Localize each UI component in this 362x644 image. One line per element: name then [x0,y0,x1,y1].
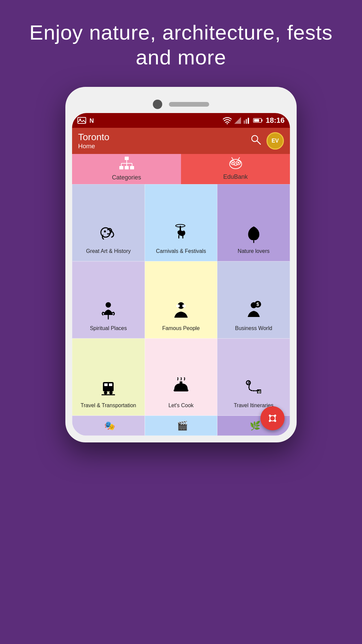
lets-cook-label: Let's Cook [166,402,195,409]
fab-icon [266,412,279,424]
partial-icon-3: 🌿 [247,421,260,431]
category-nature-lovers[interactable]: Nature lovers [217,184,290,261]
camera [153,100,162,109]
partial-cell-1: 🎭 [72,416,145,436]
status-right-icons: 18:16 [223,116,285,125]
category-famous-people[interactable]: Famous People [145,261,218,338]
category-travel-transportation[interactable]: Travel & Transportation [72,338,145,416]
business-world-icon: $ [244,300,264,320]
svg-point-60 [270,416,275,421]
svg-line-13 [257,141,261,145]
svg-text:🎭: 🎭 [104,421,115,431]
famous-people-icon [171,300,191,320]
travel-transportation-icon [98,377,118,397]
city-name: Toronto [78,132,109,143]
spiritual-places-label: Spiritual Places [88,325,129,331]
svg-point-29 [104,230,106,232]
svg-rect-0 [78,117,86,123]
carnivals-icon [171,223,191,243]
spiritual-icon [98,300,118,320]
signal-icon-1 [234,117,241,124]
svg-text:🎬: 🎬 [177,421,188,431]
svg-rect-51 [174,389,188,391]
svg-point-26 [232,162,234,164]
svg-rect-33 [182,235,183,238]
art-history-icon [98,223,118,243]
svg-rect-38 [176,305,180,307]
search-icon [250,134,261,145]
search-button[interactable] [250,134,261,147]
svg-marker-4 [234,117,241,124]
svg-rect-45 [104,383,108,386]
svg-point-48 [104,391,107,394]
fab-button[interactable] [260,406,285,430]
bottom-row-partial: 🎭 🎬 🌿 [72,416,290,436]
status-time: 18:16 [266,116,285,125]
tab-edubank[interactable]: EduBank [181,154,290,184]
status-left-icons: N [77,117,96,124]
svg-point-27 [237,162,239,164]
app-bar-actions: EV [250,132,284,150]
tab-bar: Categories EduBank [72,154,290,184]
svg-rect-52 [180,381,182,384]
travel-transportation-label: Travel & Transportation [78,402,138,409]
app-subtitle: Home [78,143,109,150]
n-status-icon: N [89,117,96,124]
ev-badge[interactable]: EV [266,132,284,150]
svg-rect-46 [109,383,112,386]
svg-text:$: $ [256,302,259,307]
nature-lovers-label: Nature lovers [236,248,272,254]
svg-rect-6 [244,120,245,124]
hierarchy-icon [119,157,134,170]
categories-grid: Great Art & History Carnivals & Festival… [72,184,290,416]
svg-rect-10 [261,119,262,121]
app-bar: Toronto Home EV [72,128,290,154]
hero-text: Enjoy nature, architecture, fests and mo… [0,0,362,87]
svg-rect-17 [130,166,134,169]
category-business-world[interactable]: $ Business World [217,261,290,338]
svg-text:🌿: 🌿 [250,421,260,431]
great-art-history-label: Great Art & History [84,248,133,254]
partial-icon-2: 🎬 [174,421,188,431]
svg-rect-39 [182,305,186,307]
signal-icon-2 [244,117,250,124]
app-title: Toronto Home [78,132,109,150]
edubank-icon [228,157,243,172]
svg-rect-14 [125,157,129,160]
phone-top-bar [72,94,290,113]
svg-point-35 [106,302,111,308]
nature-icon [244,223,264,243]
category-lets-cook[interactable]: Let's Cook [145,338,218,416]
category-spiritual-places[interactable]: Spiritual Places [72,261,145,338]
image-status-icon [77,117,86,124]
svg-rect-47 [103,388,114,390]
category-carnivals-festivals[interactable]: Carnivals & Festivals [145,184,218,261]
svg-point-3 [227,123,228,124]
ev-label: EV [272,138,279,144]
category-great-art-history[interactable]: Great Art & History [72,184,145,261]
phone-mockup: N [65,87,297,442]
carnivals-festivals-label: Carnivals & Festivals [154,248,208,254]
category-travel-itineraries[interactable]: A B Travel Itineraries [217,338,290,416]
svg-rect-16 [125,166,129,169]
owl-icon [228,157,243,169]
status-bar: N [72,113,290,128]
speaker [169,102,209,107]
tab-categories-label: Categories [112,174,141,181]
partial-icon-1: 🎭 [102,421,115,431]
svg-point-49 [109,391,113,394]
svg-rect-7 [246,119,247,124]
svg-rect-32 [178,235,179,238]
tab-edubank-label: EduBank [223,173,248,180]
business-world-label: Business World [233,325,274,331]
partial-cell-2: 🎬 [145,416,218,436]
wifi-icon [223,117,232,124]
travel-itineraries-icon: A B [244,377,264,397]
svg-rect-15 [119,166,123,169]
svg-text:N: N [89,117,94,124]
famous-people-label: Famous People [160,325,202,331]
phone-screen: N [72,113,290,436]
lets-cook-icon [171,377,191,397]
tab-categories[interactable]: Categories [72,154,181,184]
hero-section: Enjoy nature, architecture, fests and mo… [0,0,362,87]
